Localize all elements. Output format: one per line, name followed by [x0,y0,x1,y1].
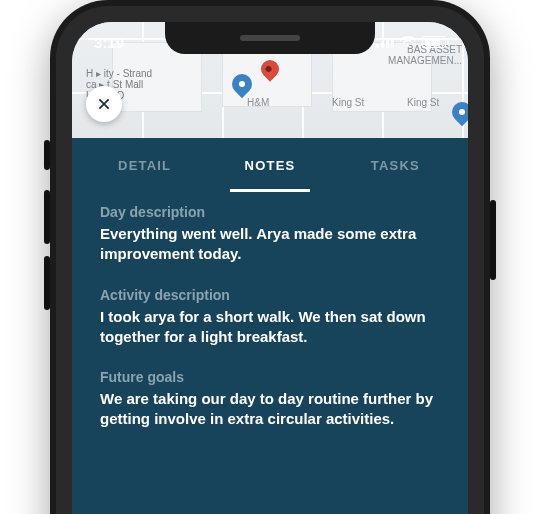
phone-frame: H ▸ ity - Strand ca ▸ t St Mall UNIQLO H… [50,0,490,514]
note-group: Activity description I took arya for a s… [100,287,440,348]
note-label: Future goals [100,369,440,385]
phone-side-button [44,140,50,170]
battery-icon [422,36,446,48]
phone-side-button [490,200,496,280]
tab-notes[interactable]: NOTES [207,138,332,192]
note-label: Day description [100,204,440,220]
phone-side-button [44,190,50,244]
status-bar: 3:19 [72,22,468,62]
svg-point-0 [407,44,410,47]
note-text: Everything went well. Arya made some ext… [100,224,440,265]
note-text: We are taking our day to day routine fur… [100,389,440,430]
note-group: Day description Everything went well. Ar… [100,204,440,265]
notes-content[interactable]: Day description Everything went well. Ar… [72,198,468,514]
note-text: I took arya for a short walk. We then sa… [100,307,440,348]
note-label: Activity description [100,287,440,303]
status-time: 3:19 [94,34,124,51]
phone-screen: H ▸ ity - Strand ca ▸ t St Mall UNIQLO H… [72,22,468,514]
cellular-icon [376,36,394,48]
tab-bar: DETAIL NOTES TASKS [72,138,468,192]
map-label: King St [332,97,364,108]
phone-side-button [44,256,50,310]
tab-detail[interactable]: DETAIL [82,138,207,192]
note-group: Future goals We are taking our day to da… [100,369,440,430]
tab-tasks[interactable]: TASKS [333,138,458,192]
close-icon [96,96,112,112]
map-label: H&M [247,97,269,108]
wifi-icon [400,36,416,48]
map-label: King St [407,97,439,108]
close-button[interactable] [86,86,122,122]
